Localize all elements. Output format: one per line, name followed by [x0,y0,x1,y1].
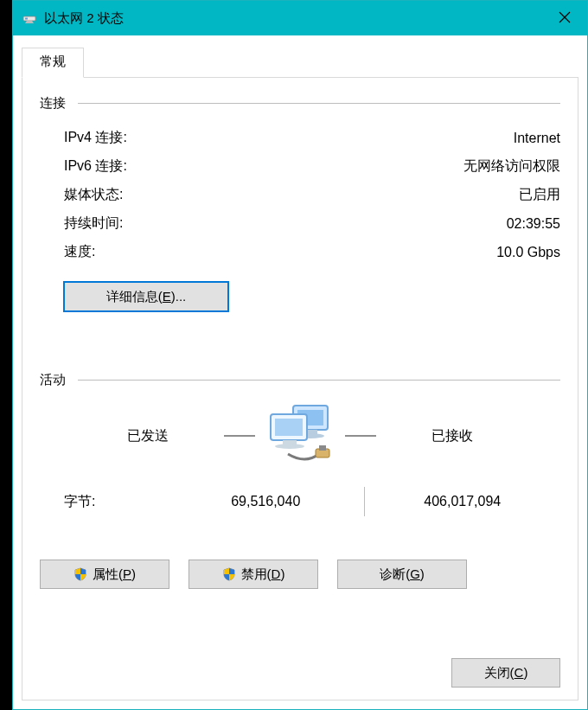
speed-value: 10.0 Gbps [496,245,560,260]
ipv4-value: Internet [514,131,560,146]
svg-point-9 [275,444,304,449]
bytes-label: 字节: [64,493,168,511]
underlying-window-sliver [0,0,12,710]
window-title: 以太网 2 状态 [44,10,542,27]
sent-label: 已发送 [79,427,217,445]
section-connection-label: 连接 [40,95,78,112]
received-label: 已接收 [383,427,521,445]
activity-graphic-row: 已发送 [40,400,560,471]
dash-icon [224,435,255,437]
row-media-state: 媒体状态: 已启用 [40,181,560,209]
section-connection-header: 连接 [40,95,560,112]
section-activity-label: 活动 [40,372,78,388]
properties-button[interactable]: 属性(P) [40,560,169,589]
row-ipv4: IPv4 连接: Internet [40,124,560,152]
network-computers-icon [262,400,338,471]
ipv4-label: IPv4 连接: [64,129,514,147]
close-button[interactable]: 关闭(C) [451,658,560,688]
duration-label: 持续时间: [64,214,507,233]
media-state-label: 媒体状态: [64,186,519,204]
close-icon [559,11,571,26]
uac-shield-icon [74,567,87,581]
row-ipv6: IPv6 连接: 无网络访问权限 [40,152,560,181]
network-adapter-icon [22,10,37,26]
bytes-row: 字节: 69,516,040 406,017,094 [40,487,560,516]
tab-panel: 连接 IPv4 连接: Internet IPv6 连接: 无网络访问权限 媒体… [22,77,578,700]
properties-button-label: 属性(P) [93,566,136,583]
row-duration: 持续时间: 02:39:55 [40,209,560,238]
divider [78,103,560,104]
section-activity-header: 活动 [40,372,560,388]
svg-rect-1 [25,18,28,20]
diagnose-button-label: 诊断(G) [380,566,425,583]
titlebar[interactable]: 以太网 2 状态 [13,1,587,35]
ipv6-label: IPv6 连接: [64,157,463,176]
disable-button[interactable]: 禁用(D) [189,560,318,589]
ethernet-status-window: 以太网 2 状态 常规 连接 IPv4 连接: Internet [12,0,588,710]
divider [78,380,560,381]
media-state-value: 已启用 [519,186,560,204]
dialog-footer: 关闭(C) [451,658,560,688]
tabstrip: 常规 [22,48,84,78]
dash-icon [345,435,376,437]
tab-general[interactable]: 常规 [22,48,84,78]
ipv6-value: 无网络访问权限 [463,157,560,176]
action-button-row: 属性(P) [40,560,560,589]
details-button[interactable]: 详细信息(E)... [64,282,228,311]
diagnose-button[interactable]: 诊断(G) [337,560,467,589]
bytes-sent-value: 69,516,040 [168,494,364,509]
row-speed: 速度: 10.0 Gbps [40,238,560,266]
disable-button-label: 禁用(D) [241,566,285,583]
bytes-received-value: 406,017,094 [365,494,561,509]
svg-rect-7 [275,419,303,436]
details-button-label: 详细信息(E)... [106,289,187,305]
svg-rect-11 [319,445,326,451]
close-button-label: 关闭(C) [484,665,528,681]
client-area: 常规 连接 IPv4 连接: Internet IPv6 连接: 无网络访问权限… [13,35,587,709]
window-close-button[interactable] [542,1,587,35]
speed-label: 速度: [64,243,496,261]
uac-shield-icon [222,567,236,581]
duration-value: 02:39:55 [507,216,560,232]
